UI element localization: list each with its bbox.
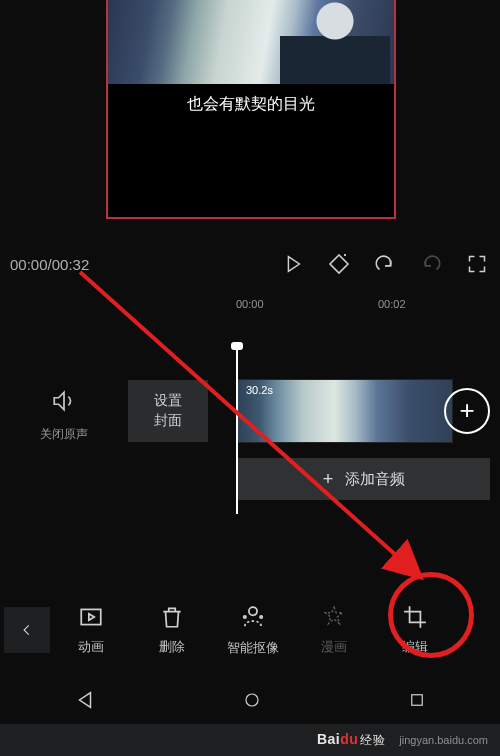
keyframe-add-button[interactable] (316, 252, 362, 276)
svg-rect-7 (412, 695, 423, 706)
play-button[interactable] (270, 253, 316, 275)
add-clip-button[interactable]: + (444, 388, 490, 434)
redo-button[interactable] (408, 253, 454, 275)
preview-frame (108, 0, 394, 84)
svg-point-3 (260, 616, 262, 618)
brand-url: jingyan.baidu.com (399, 734, 488, 746)
video-preview[interactable]: 也会有默契的目光 (106, 0, 396, 219)
edit-button[interactable]: 编辑 (375, 604, 456, 656)
edit-label: 编辑 (402, 638, 428, 656)
ruler-tick: 00:00 (236, 298, 264, 310)
bottom-toolbar: 动画 删除 智能抠像 漫画 编辑 滤镜 (0, 586, 500, 674)
comic-button[interactable]: 漫画 (294, 604, 375, 656)
nav-home-button[interactable] (243, 691, 261, 713)
cutout-label: 智能抠像 (227, 639, 279, 657)
set-cover-label-1: 设置 (154, 391, 182, 411)
time-display: 00:00/00:32 (0, 256, 89, 273)
set-cover-label-2: 封面 (154, 411, 182, 431)
animation-button[interactable]: 动画 (50, 604, 131, 656)
mute-audio-label: 关闭原声 (34, 426, 94, 443)
ruler-tick: 00:02 (378, 298, 406, 310)
current-time: 00:00 (10, 256, 48, 273)
video-clip[interactable]: 30.2s (238, 380, 452, 442)
brand-logo: Baidu经验 (317, 731, 385, 749)
fullscreen-button[interactable] (454, 254, 500, 274)
timeline-area: 关闭原声 设置 封面 30.2s + + 添加音频 (0, 348, 500, 548)
svg-point-6 (246, 694, 258, 706)
playbar: 00:00/00:32 (0, 240, 500, 288)
svg-rect-0 (81, 609, 101, 624)
delete-button[interactable]: 删除 (131, 604, 212, 656)
nav-back-button[interactable] (74, 689, 96, 715)
svg-point-2 (244, 616, 246, 618)
android-nav-bar (0, 680, 500, 724)
undo-button[interactable] (362, 253, 408, 275)
preview-character (280, 0, 390, 84)
plus-icon: + (459, 395, 474, 425)
watermark-footer: Baidu经验 jingyan.baidu.com (0, 724, 500, 756)
comic-label: 漫画 (321, 638, 347, 656)
add-audio-label: 添加音频 (345, 470, 405, 489)
mute-audio-button[interactable]: 关闭原声 (34, 388, 94, 443)
animation-label: 动画 (78, 638, 104, 656)
plus-icon: + (323, 469, 334, 490)
preview-subtitle: 也会有默契的目光 (108, 94, 394, 115)
set-cover-button[interactable]: 设置 封面 (128, 380, 208, 442)
cutout-button[interactable]: 智能抠像 (212, 603, 293, 657)
clip-duration-badge: 30.2s (246, 384, 273, 396)
timeline-ruler[interactable]: 00:00 00:02 (0, 296, 500, 318)
svg-point-1 (249, 607, 257, 615)
delete-label: 删除 (159, 638, 185, 656)
back-button[interactable] (4, 607, 50, 653)
add-audio-button[interactable]: + 添加音频 (238, 458, 490, 500)
total-duration: 00:32 (52, 256, 90, 273)
nav-recent-button[interactable] (408, 691, 426, 713)
